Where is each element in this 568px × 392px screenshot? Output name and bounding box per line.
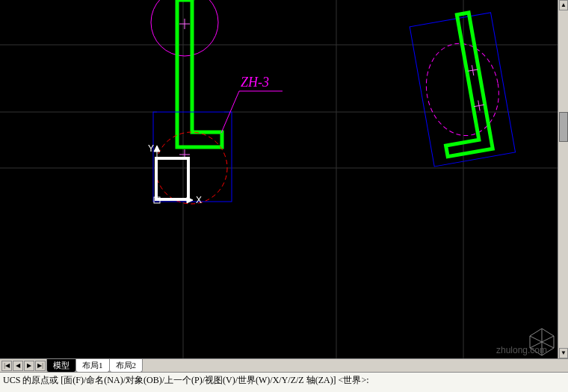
layout-tabs-bar: |◀ ◀ ▶ ▶| 模型 布局1 布局2 [0,358,568,372]
axis-y-label: Y [148,143,154,154]
vertical-scrollbar[interactable]: ▲ ▼ [558,0,568,358]
tab-nav-next[interactable]: ▶ [24,361,34,371]
right-group [409,9,515,167]
green-shape-left [177,0,222,147]
drawing-svg [0,0,568,358]
white-rect [156,158,188,199]
tab-nav-first[interactable]: |◀ [1,361,12,371]
scroll-thumb[interactable] [559,112,568,142]
annotation-label: ZH-3 [241,75,269,90]
svg-marker-15 [154,146,160,152]
tab-layout1[interactable]: 布局1 [75,359,110,373]
command-prompt: UCS 的原点或 [面(F)/命名(NA)/对象(OB)/上一个(P)/视图(V… [3,374,369,387]
tab-model[interactable]: 模型 [46,359,76,373]
scroll-down-button[interactable]: ▼ [559,348,568,358]
tab-nav-group: |◀ ◀ ▶ ▶| [0,361,47,371]
scroll-up-button[interactable]: ▲ [559,0,568,10]
tab-nav-last[interactable]: ▶| [35,361,46,371]
command-line[interactable]: UCS 的原点或 [面(F)/命名(NA)/对象(OB)/上一个(P)/视图(V… [0,372,568,392]
drawing-canvas[interactable]: ZH-3 X Y zhulong.com ▲ ▼ [0,0,568,358]
watermark: zhulong.com [496,345,547,355]
axis-x-label: X [196,195,202,205]
tab-nav-prev[interactable]: ◀ [13,361,23,371]
tab-layout2[interactable]: 布局2 [109,359,143,373]
